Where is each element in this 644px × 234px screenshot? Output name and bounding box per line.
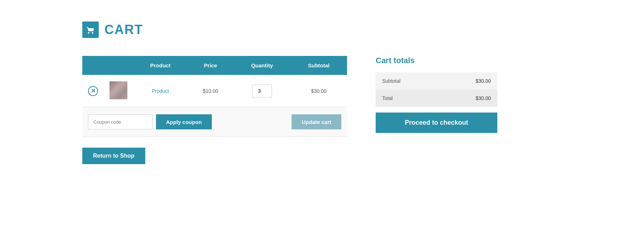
- col-header-subtotal: Subtotal: [291, 56, 347, 75]
- table-header-row: Product Price Quantity Subtotal: [82, 56, 347, 75]
- col-header-quantity: Quantity: [234, 56, 291, 75]
- product-image: [109, 81, 127, 99]
- quantity-cell: [234, 75, 291, 107]
- product-thumbnail: [109, 81, 127, 99]
- cart-icon-box: [82, 22, 99, 38]
- remove-icon: ✕: [88, 86, 98, 96]
- product-name: Product: [152, 88, 169, 94]
- subtotal-label: Subtotal: [376, 72, 440, 90]
- remove-cell: ✕: [82, 75, 104, 107]
- cart-totals-title: Cart totals: [376, 56, 497, 65]
- page-title-area: CART: [82, 22, 562, 38]
- coupon-row: Apply coupon Update cart: [82, 107, 347, 137]
- total-amount: $30.00: [440, 90, 497, 107]
- coupon-cell: Apply coupon Update cart: [82, 107, 347, 137]
- totals-table: Subtotal $30.00 Total $30.00: [376, 72, 497, 107]
- update-cart-button[interactable]: Update cart: [292, 114, 341, 129]
- col-header-product: Product: [133, 56, 187, 75]
- cart-totals-section: Cart totals Subtotal $30.00 Total $30.00…: [376, 56, 497, 133]
- col-header-image: [104, 56, 133, 75]
- cart-section: Product Price Quantity Subtotal ✕: [82, 56, 347, 164]
- remove-item-button[interactable]: ✕: [88, 86, 98, 96]
- return-to-shop-button[interactable]: Return to Shop: [82, 148, 145, 164]
- apply-coupon-button[interactable]: Apply coupon: [156, 114, 212, 129]
- coupon-update-wrapper: Apply coupon Update cart: [88, 114, 341, 129]
- coupon-input[interactable]: [88, 114, 152, 129]
- subtotal-amount: $30.00: [440, 72, 497, 90]
- total-row: Total $30.00: [376, 90, 497, 107]
- subtotal-value: $30.00: [311, 88, 327, 94]
- subtotal-cell: $30.00: [291, 75, 347, 107]
- product-name-cell: Product: [133, 75, 187, 107]
- page-title: CART: [104, 22, 143, 37]
- main-content: Product Price Quantity Subtotal ✕: [82, 56, 562, 164]
- col-header-price: Price: [187, 56, 233, 75]
- quantity-input[interactable]: [252, 85, 272, 97]
- cart-table: Product Price Quantity Subtotal ✕: [82, 56, 347, 137]
- product-image-cell: [104, 75, 133, 107]
- col-header-remove: [82, 56, 104, 75]
- product-price: $10.00: [203, 88, 218, 94]
- coupon-area: Apply coupon: [88, 114, 212, 129]
- price-cell: $10.00: [187, 75, 233, 107]
- table-row: ✕ Product $10.00: [82, 75, 347, 107]
- cart-icon: [86, 25, 95, 34]
- proceed-to-checkout-button[interactable]: Proceed to checkout: [376, 113, 497, 133]
- subtotal-row: Subtotal $30.00: [376, 72, 497, 90]
- total-label: Total: [376, 90, 440, 107]
